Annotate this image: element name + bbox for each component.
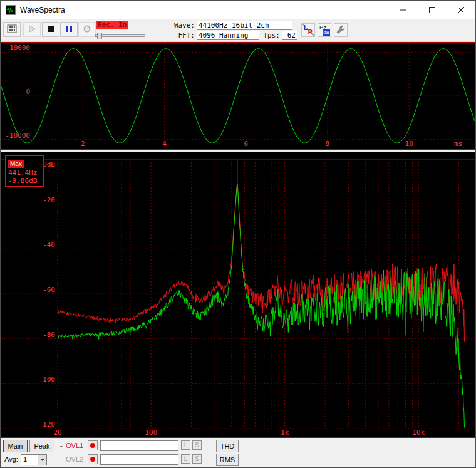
fft-label: FFT: [171,31,195,39]
record-button[interactable] [78,22,96,37]
svg-text:-20: -20 [43,196,55,204]
max-level-value: -9.86dB [8,177,41,185]
play-button[interactable] [23,22,41,37]
svg-text:-100: -100 [39,375,56,383]
waveform-panel[interactable]: 246810ms100000-10000 [1,42,475,150]
left-channel-letter: L [304,24,308,31]
app-icon[interactable] [6,5,16,15]
svg-text:-120: -120 [39,420,56,429]
fft-settings-value: 4096 Hanning [197,31,259,40]
spectrum-panel[interactable]: 0dB-20-40-60-80-100-120201001k10k Max 44… [1,152,475,438]
thd-button[interactable]: THD [216,440,239,452]
svg-text:10k: 10k [412,429,425,437]
window-controls [389,1,475,19]
wave-label: Wave: [171,21,195,29]
audio-device-icon [7,24,17,35]
waveform-plot[interactable]: 246810ms100000-10000 [1,43,475,149]
stop-icon [47,25,54,34]
avg-select-value: 1 [21,455,38,465]
settings-wrench-button[interactable] [334,23,348,37]
pause-icon [65,25,73,34]
wave-format-value: 44100Hz 16bit 2ch [197,21,292,30]
right-channel-letter: R [308,29,313,36]
toolbar: Rec. In Wave: 44100Hz 16bit 2ch FFT: 409… [1,19,475,42]
svg-text:-60: -60 [43,286,55,294]
stop-button[interactable] [42,22,59,37]
svg-text:ms: ms [454,140,462,148]
svg-text:2: 2 [81,140,85,148]
svg-text:-80: -80 [43,331,55,339]
svg-text:-10000: -10000 [5,132,30,140]
rec-level-slider[interactable] [95,34,145,37]
channel-lr-button[interactable]: L R [301,23,315,37]
window-title: WaveSpectra [20,6,65,14]
ovl1-separator: - [60,442,63,449]
title-bar: WaveSpectra [1,1,475,19]
fps-label: fps: [262,31,280,39]
ovl2-save-button[interactable]: S [192,454,202,464]
audio-device-button[interactable] [3,22,21,37]
rec-slider-thumb[interactable] [97,33,102,39]
max-readout: Max 441.4Hz -9.86dB [5,155,44,187]
ovl1-color-button[interactable] [88,440,98,450]
ovl2-color-button[interactable] [88,454,98,464]
fps-value: 62 [282,31,298,40]
maximize-button[interactable] [418,1,447,19]
svg-text:8: 8 [326,140,330,148]
wrench-icon [336,24,346,36]
max-frequency-value: 441.4Hz [8,169,41,177]
avg-select[interactable]: 1 [21,454,47,465]
hz-db-scale-button[interactable]: Hz dB [318,23,331,37]
close-button[interactable] [447,1,475,19]
pause-button[interactable] [60,22,78,37]
svg-text:0dB: 0dB [43,160,55,169]
db-label: dB [323,29,330,36]
svg-text:0: 0 [26,88,30,96]
svg-text:-40: -40 [43,241,55,249]
ovl1-load-button[interactable]: L [181,440,190,450]
svg-text:10: 10 [405,140,413,148]
ovl1-toggle[interactable]: OVL1 [66,442,83,449]
svg-text:10000: 10000 [9,44,30,52]
spectrum-plot[interactable]: 0dB-20-40-60-80-100-120201001k10k [1,152,475,437]
peak-view-button[interactable]: Peak [29,440,54,452]
ovl1-file-input[interactable] [100,440,178,451]
ovl2-separator: - [60,455,63,463]
ovl2-color-dot [90,457,95,462]
main-view-button[interactable]: Main [3,440,28,452]
ovl2-file-input[interactable] [100,454,178,465]
minimize-button[interactable] [389,1,418,19]
svg-text:4: 4 [162,140,167,148]
svg-text:100: 100 [145,429,157,437]
avg-label: Avg: [4,455,18,463]
bottom-bar: Main Peak - OVL1 L S THD Avg: 1 - OVL2 L… [1,438,475,467]
svg-text:1k: 1k [281,429,289,437]
rms-button[interactable]: RMS [216,454,239,466]
play-icon [28,24,36,35]
svg-text:6: 6 [244,140,248,148]
ovl2-load-button[interactable]: L [181,454,190,464]
ovl1-color-dot [90,443,95,448]
ovl1-save-button[interactable]: S [192,440,202,450]
max-label: Max [8,160,24,168]
svg-text:20: 20 [53,429,61,437]
wavespectra-window: WaveSpectra Rec. In Wave: 44100Hz 16bit … [0,0,476,468]
record-icon [83,24,91,35]
rec-in-label: Rec. In [96,21,128,29]
chevron-down-icon[interactable] [38,455,46,465]
ovl2-toggle[interactable]: OVL2 [66,455,83,463]
